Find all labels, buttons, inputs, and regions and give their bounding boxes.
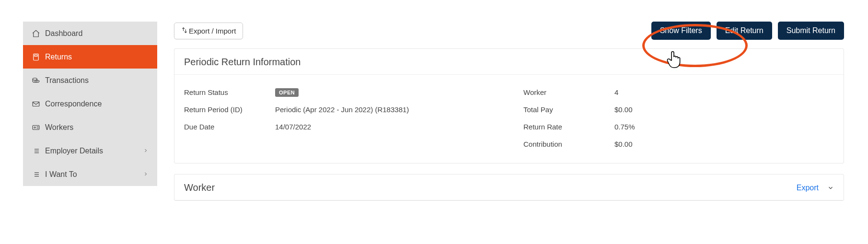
info-column-left: Return Status OPEN Return Period (ID) Pe… [184,83,495,152]
sidebar-item-label: I Want To [45,170,143,179]
link-label: Export [797,184,819,192]
toolbar: Export / Import Show Filters Edit Return… [174,22,844,40]
field-value: 14/07/2022 [275,123,311,131]
sidebar-item-label: Returns [45,53,149,61]
field-label: Total Pay [523,105,614,114]
field-value: 0.75% [614,123,635,131]
sidebar-item-label: Transactions [45,76,149,85]
svg-rect-7 [33,102,39,106]
field-label: Return Status [184,88,275,96]
sidebar-item-label: Workers [45,123,149,132]
id-card-icon [32,123,45,132]
edit-return-button[interactable]: Edit Return [717,22,772,40]
chevron-right-icon [143,147,149,155]
field-value: 4 [614,88,618,96]
field-value: Periodic (Apr 2022 - Jun 2022) (R183381) [275,105,409,114]
sidebar-item-returns[interactable]: Returns [23,45,157,69]
button-label: Show Filters [660,26,702,35]
sidebar-item-transactions[interactable]: Transactions [23,69,157,92]
mail-icon [32,100,45,108]
sidebar-item-i-want-to[interactable]: I Want To [23,163,157,186]
calculator-icon [32,53,45,61]
button-label: Submit Return [787,26,835,35]
status-badge: OPEN [275,88,299,97]
sidebar-item-dashboard[interactable]: Dashboard [23,22,157,45]
export-link[interactable]: Export [797,184,834,192]
info-column-right: Worker 4 Total Pay $0.00 Return Rate 0.7… [523,83,834,152]
submit-return-button[interactable]: Submit Return [778,22,844,40]
svg-rect-1 [35,55,37,56]
sidebar-item-label: Dashboard [45,29,149,38]
svg-point-5 [33,78,37,80]
field-label: Due Date [184,123,275,131]
sidebar-item-label: Correspondence [45,100,149,108]
periodic-return-card: Periodic Return Information Return Statu… [174,48,844,163]
svg-point-9 [34,127,35,128]
sidebar-item-workers[interactable]: Workers [23,116,157,139]
field-value: $0.00 [614,140,633,148]
sidebar-item-label: Employer Details [45,147,143,155]
transfer-icon [181,27,189,35]
chevron-right-icon [143,170,149,179]
card-title: Worker [184,182,215,193]
export-import-button[interactable]: Export / Import [174,23,243,39]
main-content: Export / Import Show Filters Edit Return… [174,22,844,201]
field-label: Return Period (ID) [184,105,275,114]
field-label: Worker [523,88,614,96]
card-title: Periodic Return Information [174,49,844,75]
sidebar-item-correspondence[interactable]: Correspondence [23,92,157,116]
field-value: $0.00 [614,105,633,114]
home-icon [32,29,45,38]
coins-icon [32,76,45,85]
list-icon [32,147,45,155]
button-label: Edit Return [725,26,764,35]
sidebar: Dashboard Returns Transactions Correspon… [23,22,157,201]
chevron-down-icon [827,185,834,191]
field-label: Contribution [523,140,614,148]
worker-card: Worker Export [174,174,844,201]
sidebar-item-employer-details[interactable]: Employer Details [23,139,157,163]
button-label: Export / Import [189,27,236,35]
field-label: Return Rate [523,123,614,131]
svg-rect-8 [33,125,39,129]
list-icon [32,170,45,179]
show-filters-button[interactable]: Show Filters [651,22,711,40]
